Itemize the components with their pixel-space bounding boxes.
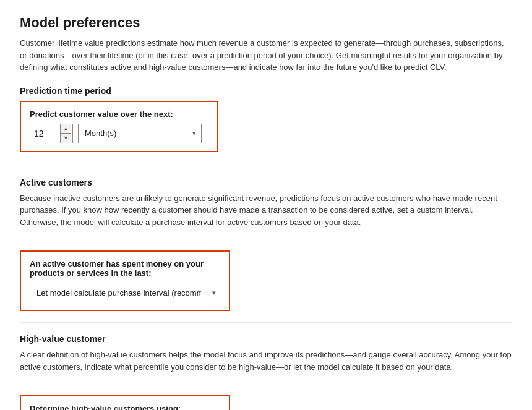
spin-buttons: ▲ ▼ <box>60 124 71 143</box>
number-input[interactable] <box>30 124 60 143</box>
separator-1 <box>20 166 512 166</box>
high-value-section: High-value customer A clear definition o… <box>20 334 512 410</box>
prediction-input-row: ▲ ▼ Month(s) Day(s) Year(s) ▾ <box>30 124 208 143</box>
active-customers-box: An active customer has spent money on yo… <box>20 250 230 311</box>
spin-down-button[interactable]: ▼ <box>61 134 71 143</box>
active-customers-select-wrap: Let model calculate purchase interval (r… <box>30 283 221 302</box>
prediction-box-label: Predict customer value over the next: <box>30 109 208 119</box>
high-value-box: Determine high-value customers using: Pe… <box>20 395 230 410</box>
period-select[interactable]: Month(s) Day(s) Year(s) <box>79 124 201 143</box>
active-customers-section: Active customers Because inactive custom… <box>20 177 512 312</box>
active-customers-description: Because inactive customers are unlikely … <box>20 192 512 229</box>
page-description: Customer lifetime value predictions esti… <box>20 37 512 74</box>
number-input-wrap: ▲ ▼ <box>30 124 73 143</box>
prediction-section: Prediction time period Predict customer … <box>20 86 512 155</box>
prediction-section-title: Prediction time period <box>20 86 512 96</box>
active-customers-title: Active customers <box>20 177 512 187</box>
page-title: Model preferences <box>20 15 512 31</box>
separator-2 <box>20 322 512 323</box>
active-customers-select[interactable]: Let model calculate purchase interval (r… <box>30 283 221 302</box>
active-customers-box-label: An active customer has spent money on yo… <box>30 259 220 278</box>
high-value-box-label: Determine high-value customers using: <box>30 404 220 410</box>
main-content: Model preferences Customer lifetime valu… <box>0 0 532 410</box>
spin-up-button[interactable]: ▲ <box>61 124 71 134</box>
period-select-wrap: Month(s) Day(s) Year(s) ▾ <box>78 124 202 143</box>
high-value-title: High-value customer <box>20 334 512 344</box>
high-value-description: A clear definition of high-value custome… <box>20 349 512 373</box>
prediction-box: Predict customer value over the next: ▲ … <box>20 101 218 152</box>
